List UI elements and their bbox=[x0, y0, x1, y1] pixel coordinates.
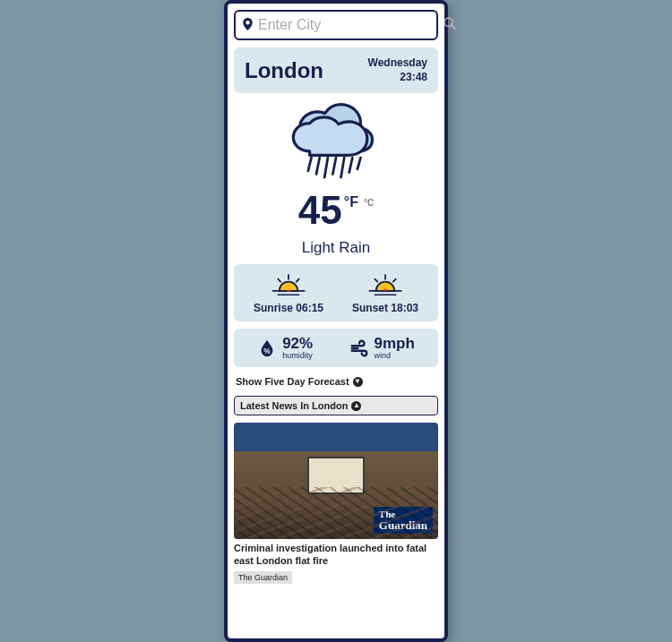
humidity-icon: % bbox=[257, 338, 277, 358]
sunset: Sunset 18:03 bbox=[352, 271, 418, 314]
svg-line-8 bbox=[358, 158, 361, 169]
svg-line-11 bbox=[297, 279, 299, 282]
svg-line-10 bbox=[278, 279, 280, 282]
chevron-up-icon: ▴ bbox=[351, 401, 361, 411]
wind: 9mph wind bbox=[349, 336, 415, 360]
city-search[interactable] bbox=[234, 10, 438, 40]
svg-line-7 bbox=[349, 158, 353, 172]
humidity-value: 92% bbox=[282, 336, 313, 351]
metrics-panel: % 92% humidity 9mph wind bbox=[234, 329, 438, 367]
search-icon[interactable] bbox=[443, 16, 457, 34]
condition-text: Light Rain bbox=[234, 239, 438, 257]
forecast-toggle[interactable]: Show Five Day Forecast ▾ bbox=[234, 374, 438, 389]
weather-app: London Wednesday 23:48 45 °F bbox=[224, 0, 448, 642]
sunrise-label: Sunrise 06:15 bbox=[254, 302, 323, 314]
svg-line-4 bbox=[324, 158, 328, 177]
location-header: London Wednesday 23:48 bbox=[234, 47, 438, 93]
sunrise: Sunrise 06:15 bbox=[254, 271, 323, 314]
wind-label: wind bbox=[375, 351, 415, 360]
wind-icon bbox=[349, 338, 369, 358]
svg-line-3 bbox=[316, 158, 320, 174]
temperature: 45 °F °C bbox=[234, 191, 438, 230]
temperature-unit-c[interactable]: °C bbox=[364, 198, 374, 208]
svg-line-16 bbox=[375, 279, 377, 282]
day-of-week: Wednesday bbox=[368, 56, 427, 71]
svg-text:%: % bbox=[263, 347, 271, 355]
forecast-toggle-label: Show Five Day Forecast bbox=[236, 376, 349, 387]
news-toggle-label: Latest News In London bbox=[240, 400, 348, 411]
news-card[interactable]: The Guardian Criminal investigation laun… bbox=[234, 423, 438, 584]
location-pin-icon bbox=[243, 18, 253, 33]
current-weather: 45 °F °C Light Rain bbox=[234, 100, 438, 257]
news-toggle[interactable]: Latest News In London ▴ bbox=[234, 396, 438, 415]
sunset-icon bbox=[366, 271, 405, 300]
svg-line-1 bbox=[452, 25, 455, 29]
rain-cloud-icon bbox=[287, 102, 385, 187]
news-image: The Guardian bbox=[234, 423, 438, 539]
temperature-unit-f[interactable]: °F bbox=[344, 194, 358, 210]
news-source: The Guardian bbox=[234, 571, 292, 584]
news-headline: Criminal investigation launched into fat… bbox=[234, 543, 438, 568]
sunset-label: Sunset 18:03 bbox=[352, 302, 418, 314]
svg-line-5 bbox=[332, 158, 336, 174]
temperature-value: 45 bbox=[298, 191, 342, 230]
city-name: London bbox=[245, 58, 323, 83]
svg-line-2 bbox=[308, 158, 312, 171]
sunrise-icon bbox=[269, 271, 308, 300]
sun-times-panel: Sunrise 06:15 Sunset 18:03 bbox=[234, 264, 438, 321]
city-input[interactable] bbox=[258, 17, 437, 33]
chevron-down-icon: ▾ bbox=[353, 377, 363, 387]
humidity-label: humidity bbox=[282, 351, 313, 360]
guardian-logo: The Guardian bbox=[374, 507, 433, 534]
svg-line-6 bbox=[341, 158, 345, 177]
humidity: % 92% humidity bbox=[257, 336, 313, 360]
datetime: Wednesday 23:48 bbox=[368, 56, 427, 84]
time: 23:48 bbox=[368, 71, 427, 85]
wind-value: 9mph bbox=[375, 336, 415, 351]
svg-line-17 bbox=[393, 279, 396, 282]
